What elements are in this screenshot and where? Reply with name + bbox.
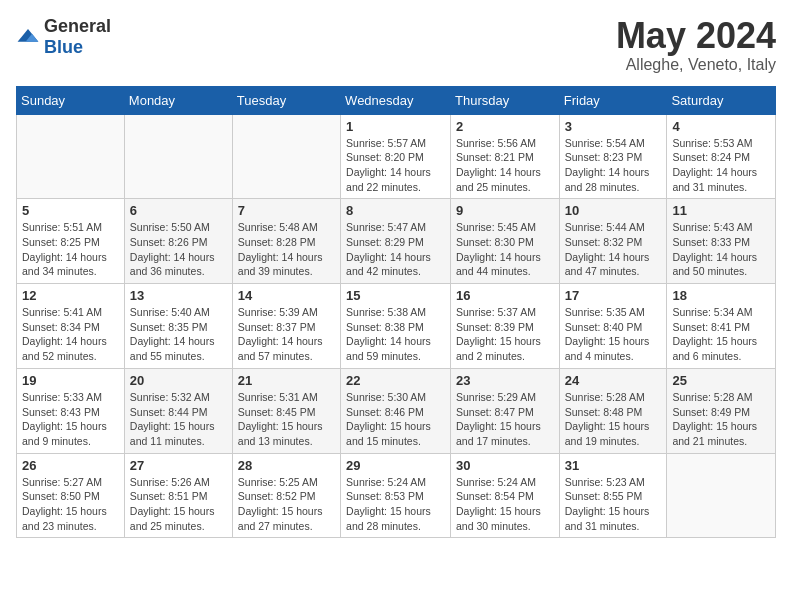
day-number: 22: [346, 373, 445, 388]
day-info: Sunrise: 5:30 AM Sunset: 8:46 PM Dayligh…: [346, 390, 445, 449]
day-info: Sunrise: 5:40 AM Sunset: 8:35 PM Dayligh…: [130, 305, 227, 364]
day-info: Sunrise: 5:48 AM Sunset: 8:28 PM Dayligh…: [238, 220, 335, 279]
day-info: Sunrise: 5:35 AM Sunset: 8:40 PM Dayligh…: [565, 305, 662, 364]
day-info: Sunrise: 5:47 AM Sunset: 8:29 PM Dayligh…: [346, 220, 445, 279]
day-info: Sunrise: 5:57 AM Sunset: 8:20 PM Dayligh…: [346, 136, 445, 195]
day-number: 20: [130, 373, 227, 388]
day-number: 28: [238, 458, 335, 473]
day-info: Sunrise: 5:32 AM Sunset: 8:44 PM Dayligh…: [130, 390, 227, 449]
day-number: 12: [22, 288, 119, 303]
day-number: 29: [346, 458, 445, 473]
calendar-cell: 16Sunrise: 5:37 AM Sunset: 8:39 PM Dayli…: [451, 284, 560, 369]
day-number: 16: [456, 288, 554, 303]
day-number: 13: [130, 288, 227, 303]
calendar-cell: 28Sunrise: 5:25 AM Sunset: 8:52 PM Dayli…: [232, 453, 340, 538]
day-number: 7: [238, 203, 335, 218]
day-number: 18: [672, 288, 770, 303]
day-info: Sunrise: 5:34 AM Sunset: 8:41 PM Dayligh…: [672, 305, 770, 364]
calendar-cell: 20Sunrise: 5:32 AM Sunset: 8:44 PM Dayli…: [124, 368, 232, 453]
logo: General Blue: [16, 16, 111, 58]
calendar-cell: 11Sunrise: 5:43 AM Sunset: 8:33 PM Dayli…: [667, 199, 776, 284]
day-info: Sunrise: 5:44 AM Sunset: 8:32 PM Dayligh…: [565, 220, 662, 279]
logo-text: General Blue: [44, 16, 111, 58]
day-number: 25: [672, 373, 770, 388]
day-number: 4: [672, 119, 770, 134]
calendar-cell: 27Sunrise: 5:26 AM Sunset: 8:51 PM Dayli…: [124, 453, 232, 538]
calendar-cell: 1Sunrise: 5:57 AM Sunset: 8:20 PM Daylig…: [341, 114, 451, 199]
calendar-cell: [124, 114, 232, 199]
week-row-3: 12Sunrise: 5:41 AM Sunset: 8:34 PM Dayli…: [17, 284, 776, 369]
day-number: 19: [22, 373, 119, 388]
day-info: Sunrise: 5:23 AM Sunset: 8:55 PM Dayligh…: [565, 475, 662, 534]
day-number: 26: [22, 458, 119, 473]
day-info: Sunrise: 5:28 AM Sunset: 8:49 PM Dayligh…: [672, 390, 770, 449]
calendar-cell: 3Sunrise: 5:54 AM Sunset: 8:23 PM Daylig…: [559, 114, 667, 199]
calendar-cell: 14Sunrise: 5:39 AM Sunset: 8:37 PM Dayli…: [232, 284, 340, 369]
day-info: Sunrise: 5:56 AM Sunset: 8:21 PM Dayligh…: [456, 136, 554, 195]
calendar-cell: [232, 114, 340, 199]
calendar-cell: 25Sunrise: 5:28 AM Sunset: 8:49 PM Dayli…: [667, 368, 776, 453]
day-info: Sunrise: 5:39 AM Sunset: 8:37 PM Dayligh…: [238, 305, 335, 364]
calendar-cell: 22Sunrise: 5:30 AM Sunset: 8:46 PM Dayli…: [341, 368, 451, 453]
day-number: 21: [238, 373, 335, 388]
weekday-header-saturday: Saturday: [667, 86, 776, 114]
day-info: Sunrise: 5:51 AM Sunset: 8:25 PM Dayligh…: [22, 220, 119, 279]
day-number: 27: [130, 458, 227, 473]
calendar-cell: 18Sunrise: 5:34 AM Sunset: 8:41 PM Dayli…: [667, 284, 776, 369]
day-info: Sunrise: 5:50 AM Sunset: 8:26 PM Dayligh…: [130, 220, 227, 279]
day-info: Sunrise: 5:25 AM Sunset: 8:52 PM Dayligh…: [238, 475, 335, 534]
day-info: Sunrise: 5:43 AM Sunset: 8:33 PM Dayligh…: [672, 220, 770, 279]
day-info: Sunrise: 5:24 AM Sunset: 8:53 PM Dayligh…: [346, 475, 445, 534]
day-info: Sunrise: 5:28 AM Sunset: 8:48 PM Dayligh…: [565, 390, 662, 449]
day-number: 14: [238, 288, 335, 303]
day-info: Sunrise: 5:45 AM Sunset: 8:30 PM Dayligh…: [456, 220, 554, 279]
day-number: 2: [456, 119, 554, 134]
calendar-cell: 15Sunrise: 5:38 AM Sunset: 8:38 PM Dayli…: [341, 284, 451, 369]
calendar-cell: 31Sunrise: 5:23 AM Sunset: 8:55 PM Dayli…: [559, 453, 667, 538]
calendar-cell: 13Sunrise: 5:40 AM Sunset: 8:35 PM Dayli…: [124, 284, 232, 369]
weekday-header-tuesday: Tuesday: [232, 86, 340, 114]
calendar-cell: [667, 453, 776, 538]
title-block: May 2024 Alleghe, Veneto, Italy: [616, 16, 776, 74]
day-number: 1: [346, 119, 445, 134]
day-info: Sunrise: 5:38 AM Sunset: 8:38 PM Dayligh…: [346, 305, 445, 364]
day-info: Sunrise: 5:33 AM Sunset: 8:43 PM Dayligh…: [22, 390, 119, 449]
week-row-4: 19Sunrise: 5:33 AM Sunset: 8:43 PM Dayli…: [17, 368, 776, 453]
calendar-cell: 26Sunrise: 5:27 AM Sunset: 8:50 PM Dayli…: [17, 453, 125, 538]
calendar-cell: 19Sunrise: 5:33 AM Sunset: 8:43 PM Dayli…: [17, 368, 125, 453]
weekday-header-monday: Monday: [124, 86, 232, 114]
day-info: Sunrise: 5:37 AM Sunset: 8:39 PM Dayligh…: [456, 305, 554, 364]
logo-general: General: [44, 16, 111, 36]
page-header: General Blue May 2024 Alleghe, Veneto, I…: [16, 16, 776, 74]
day-number: 8: [346, 203, 445, 218]
day-number: 11: [672, 203, 770, 218]
day-number: 9: [456, 203, 554, 218]
week-row-2: 5Sunrise: 5:51 AM Sunset: 8:25 PM Daylig…: [17, 199, 776, 284]
week-row-5: 26Sunrise: 5:27 AM Sunset: 8:50 PM Dayli…: [17, 453, 776, 538]
logo-blue: Blue: [44, 37, 83, 57]
weekday-header-row: SundayMondayTuesdayWednesdayThursdayFrid…: [17, 86, 776, 114]
day-number: 6: [130, 203, 227, 218]
day-number: 3: [565, 119, 662, 134]
day-info: Sunrise: 5:27 AM Sunset: 8:50 PM Dayligh…: [22, 475, 119, 534]
calendar-cell: 30Sunrise: 5:24 AM Sunset: 8:54 PM Dayli…: [451, 453, 560, 538]
calendar-cell: 23Sunrise: 5:29 AM Sunset: 8:47 PM Dayli…: [451, 368, 560, 453]
calendar-cell: 7Sunrise: 5:48 AM Sunset: 8:28 PM Daylig…: [232, 199, 340, 284]
day-number: 31: [565, 458, 662, 473]
calendar-cell: 12Sunrise: 5:41 AM Sunset: 8:34 PM Dayli…: [17, 284, 125, 369]
day-number: 23: [456, 373, 554, 388]
day-number: 30: [456, 458, 554, 473]
week-row-1: 1Sunrise: 5:57 AM Sunset: 8:20 PM Daylig…: [17, 114, 776, 199]
day-info: Sunrise: 5:41 AM Sunset: 8:34 PM Dayligh…: [22, 305, 119, 364]
day-number: 10: [565, 203, 662, 218]
weekday-header-wednesday: Wednesday: [341, 86, 451, 114]
calendar-cell: 29Sunrise: 5:24 AM Sunset: 8:53 PM Dayli…: [341, 453, 451, 538]
calendar-cell: 9Sunrise: 5:45 AM Sunset: 8:30 PM Daylig…: [451, 199, 560, 284]
weekday-header-friday: Friday: [559, 86, 667, 114]
weekday-header-thursday: Thursday: [451, 86, 560, 114]
day-info: Sunrise: 5:26 AM Sunset: 8:51 PM Dayligh…: [130, 475, 227, 534]
day-number: 24: [565, 373, 662, 388]
day-info: Sunrise: 5:24 AM Sunset: 8:54 PM Dayligh…: [456, 475, 554, 534]
day-info: Sunrise: 5:29 AM Sunset: 8:47 PM Dayligh…: [456, 390, 554, 449]
weekday-header-sunday: Sunday: [17, 86, 125, 114]
